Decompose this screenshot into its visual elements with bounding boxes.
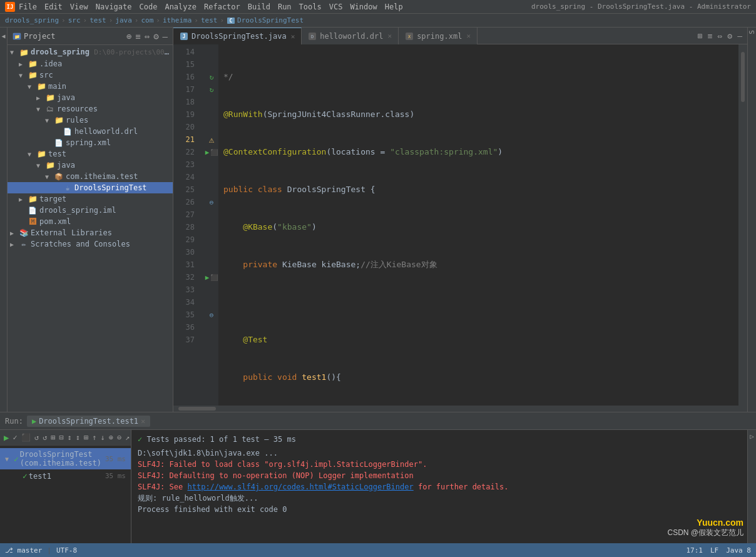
sync-icon-17[interactable]: ↻ — [210, 86, 214, 94]
iml-file-icon: 📄 — [28, 206, 38, 215]
sidebar-minimize-icon[interactable]: – — [163, 31, 168, 41]
tree-item-helloworld-drl[interactable]: ▶ 📄 helloworld.drl — [8, 126, 173, 137]
out-slf4j-link[interactable]: http://www.slf4j.org/codes.html#StaticLo… — [187, 483, 413, 491]
breadcrumb-src[interactable]: src — [68, 16, 81, 24]
test-tree-test1[interactable]: ▶ ✓ test1 35 ms — [0, 469, 131, 483]
collapse-icon-26[interactable]: ⊖ — [210, 198, 214, 207]
warn-icon-21[interactable]: ⚠ — [209, 135, 214, 145]
tab-helloworld-drl[interactable]: D helloworld.drl ✕ — [302, 28, 399, 44]
menu-run[interactable]: Run — [278, 3, 292, 11]
run-tool-up[interactable]: ↑ — [92, 432, 96, 443]
run-tool-rerun[interactable]: ↺ — [34, 432, 39, 443]
tree-item-scratches[interactable]: ▶ ✏ Scratches and Consoles — [8, 238, 173, 250]
tree-item-test[interactable]: ▼ 📁 test — [8, 148, 173, 160]
statusbar-encoding[interactable]: UTF-8 — [56, 546, 77, 554]
menu-build[interactable]: Build — [248, 3, 270, 11]
tab-close-drools[interactable]: ✕ — [291, 33, 295, 41]
left-toolbar-icon-1[interactable]: ◀ — [1, 33, 5, 39]
statusbar-lf[interactable]: LF — [710, 546, 718, 554]
menu-code[interactable]: Code — [140, 3, 158, 11]
sidebar-expand-icon[interactable]: ≡ — [135, 31, 140, 41]
run-tab-close[interactable]: ✕ — [141, 417, 145, 426]
debug-icon-32[interactable]: ⬛ — [210, 274, 218, 281]
code-content[interactable]: */ @RunWith(SpringJUnit4ClassRunner.clas… — [218, 44, 738, 406]
run-tool-export[interactable]: ↗ — [125, 432, 130, 443]
xml-file-icon: 📄 — [54, 138, 64, 147]
menu-navigate[interactable]: Navigate — [96, 3, 132, 11]
tree-item-test-java[interactable]: ▼ 📁 java — [8, 160, 173, 171]
statusbar-position[interactable]: 17:1 — [687, 546, 703, 554]
menu-vcs[interactable]: VCS — [329, 3, 343, 11]
tab-drools-spring-test[interactable]: J DroolsSpringTest.java ✕ — [173, 28, 302, 44]
test-tree-root[interactable]: ▼ ✓ DroolsSpringTest (com.itheima.test) … — [0, 448, 131, 469]
menu-refactor[interactable]: Refactor — [204, 3, 240, 11]
breadcrumb-com[interactable]: com — [141, 16, 153, 24]
editor-tool-layout[interactable]: ⊞ — [698, 31, 703, 41]
editor-tool-settings[interactable]: ⚙ — [727, 31, 732, 41]
menu-edit[interactable]: Edit — [44, 3, 63, 11]
tree-item-ext-libs[interactable]: ▶ 📚 External Libraries — [8, 227, 173, 238]
run-tool-zoomout[interactable]: ⊖ — [117, 432, 121, 443]
editor-scrollbar-thumb[interactable] — [741, 52, 745, 102]
editor-tool-list[interactable]: ≡ — [708, 31, 713, 41]
menu-tools[interactable]: Tools — [299, 3, 322, 11]
breadcrumb-java[interactable]: java — [115, 16, 132, 24]
menu-analyze[interactable]: Analyze — [165, 3, 197, 11]
run-tool-check[interactable]: ✓ — [13, 432, 17, 443]
run-tool-stop[interactable]: ⬛ — [21, 432, 31, 443]
tree-item-package[interactable]: ▼ 📦 com.itheima.test — [8, 171, 173, 182]
breadcrumb-itheima[interactable]: itheima — [163, 16, 192, 24]
menu-file[interactable]: File — [19, 3, 37, 11]
tab-close-spring-xml[interactable]: ✕ — [466, 32, 471, 40]
right-icon-1[interactable]: S — [748, 30, 756, 34]
tree-item-drools-spring-test[interactable]: ▶ ☕ DroolsSpringTest — [8, 182, 173, 193]
run-tool-rerun-fail[interactable]: ↺ — [43, 432, 47, 443]
tree-item-idea[interactable]: ▶ 📁 .idea — [8, 58, 173, 69]
tree-item-main-java[interactable]: ▶ 📁 java — [8, 92, 173, 103]
editor-tool-sync[interactable]: ⇔ — [718, 31, 723, 41]
tree-item-src[interactable]: ▼ 📁 src — [8, 69, 173, 81]
run-tool-expand[interactable]: ⊞ — [51, 432, 55, 443]
menu-window[interactable]: Window — [350, 3, 377, 11]
sidebar-locate-icon[interactable]: ⊕ — [126, 31, 131, 41]
tree-item-iml[interactable]: ▶ 📄 drools_spring.iml — [8, 205, 173, 216]
collapse-icon-35[interactable]: ⊖ — [210, 311, 214, 319]
tab-close-helloworld[interactable]: ✕ — [388, 32, 392, 40]
run-tool-play[interactable]: ▶ — [4, 432, 9, 443]
editor-tool-close[interactable]: – — [737, 31, 742, 41]
menu-help[interactable]: Help — [385, 3, 403, 11]
run-icon-32[interactable]: ▶ — [205, 273, 210, 282]
breadcrumb-testpkg[interactable]: test — [201, 16, 218, 24]
sidebar-settings-icon[interactable]: ⚙ — [153, 31, 158, 41]
sidebar-collapse-icon[interactable]: ⇔ — [145, 31, 150, 41]
statusbar-git[interactable]: ⎇ master — [5, 546, 42, 554]
tree-item-rules[interactable]: ▼ 📁 rules — [8, 115, 173, 126]
tree-item-resources[interactable]: ▼ 🗂 resources — [8, 103, 173, 115]
breadcrumb-project[interactable]: drools_spring — [5, 16, 59, 24]
editor-hscroll-thumb[interactable] — [178, 407, 216, 411]
menu-bar[interactable]: File Edit View Navigate Code Analyze Ref… — [19, 3, 403, 11]
run-tab-test1[interactable]: ▶ DroolsSpringTest.test1 ✕ — [27, 416, 150, 427]
sync-icon-16[interactable]: ↻ — [210, 73, 214, 81]
tree-item-spring-xml[interactable]: ▶ 📄 spring.xml — [8, 137, 173, 148]
run-tool-filter[interactable]: ⊞ — [84, 432, 88, 443]
breadcrumb-test[interactable]: test — [89, 16, 106, 24]
tab-spring-xml[interactable]: X spring.xml ✕ — [399, 28, 478, 44]
run-tool-sort2[interactable]: ↕ — [76, 432, 80, 443]
breadcrumb-class[interactable]: DroolsSpringTest — [237, 16, 304, 24]
run-tool-down[interactable]: ↓ — [101, 432, 105, 443]
run-tool-collapse[interactable]: ⊟ — [59, 432, 63, 443]
tree-item-pom[interactable]: ▶ 🅼 pom.xml — [8, 216, 173, 227]
run-icon-22[interactable]: ▶ — [205, 148, 210, 156]
statusbar-java8[interactable]: Java 8 — [726, 546, 751, 554]
project-sidebar: 📁 Project ⊕ ≡ ⇔ ⚙ – ▼ 📁 drools_spring D:… — [8, 28, 173, 412]
tree-item-main[interactable]: ▼ 📁 main — [8, 81, 173, 92]
editor-hscrollbar[interactable] — [173, 406, 747, 412]
run-tool-sort[interactable]: ↕ — [68, 432, 72, 443]
debug-icon-22[interactable]: ⬛ — [210, 149, 218, 156]
run-right-icon[interactable]: ▷ — [748, 432, 756, 441]
tree-item-project[interactable]: ▼ 📁 drools_spring D:\00-projects\000-all… — [8, 46, 173, 58]
tree-item-target[interactable]: ▶ 📁 target — [8, 193, 173, 205]
run-tool-zoomin[interactable]: ⊕ — [109, 432, 113, 443]
menu-view[interactable]: View — [70, 3, 88, 11]
